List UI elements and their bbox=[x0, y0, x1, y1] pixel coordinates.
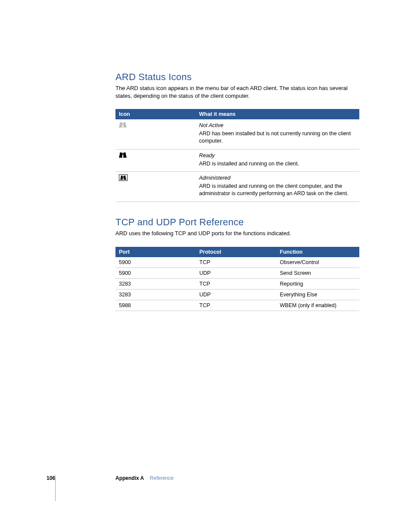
ard-inactive-icon bbox=[119, 122, 127, 129]
ard-ready-icon bbox=[119, 152, 127, 159]
cell-port: 3283 bbox=[115, 289, 196, 300]
table-row: Not Active ARD has been installed but is… bbox=[115, 119, 359, 149]
table-row: Administered ARD is installed and runnin… bbox=[115, 172, 359, 202]
cell-function: Everything Else bbox=[277, 289, 359, 300]
section-heading-ports: TCP and UDP Port Reference bbox=[115, 217, 359, 228]
th-protocol: Protocol bbox=[196, 247, 277, 257]
cell-function: WBEM (only if enabled) bbox=[277, 300, 359, 311]
table-row: 3283 UDP Everything Else bbox=[115, 289, 359, 300]
cell-port: 3283 bbox=[115, 278, 196, 289]
table-row: 5900 UDP Send Screen bbox=[115, 268, 359, 278]
cell-protocol: TCP bbox=[196, 278, 277, 289]
status-desc: ARD is installed and running on the clie… bbox=[199, 161, 299, 167]
status-desc: ARD has been installed but is not curren… bbox=[199, 131, 351, 144]
section-intro-status: The ARD status icon appears in the menu … bbox=[115, 84, 359, 100]
table-row: Ready ARD is installed and running on th… bbox=[115, 149, 359, 172]
status-icons-table: Icon What it means Not Active ARD has be… bbox=[115, 109, 359, 202]
status-desc: ARD is installed and running on the clie… bbox=[199, 183, 349, 196]
status-title: Ready bbox=[199, 152, 356, 159]
table-row: 5988 TCP WBEM (only if enabled) bbox=[115, 300, 359, 311]
section-heading-status: ARD Status Icons bbox=[115, 72, 359, 83]
cell-port: 5900 bbox=[115, 257, 196, 268]
cell-protocol: TCP bbox=[196, 300, 277, 311]
page-number: 106 bbox=[47, 475, 55, 481]
cell-port: 5900 bbox=[115, 268, 196, 278]
footer-divider bbox=[55, 475, 56, 501]
th-function: Function bbox=[277, 247, 359, 257]
status-title: Administered bbox=[199, 174, 356, 182]
cell-protocol: UDP bbox=[196, 289, 277, 300]
cell-function: Send Screen bbox=[277, 268, 359, 278]
status-title: Not Active bbox=[199, 122, 356, 129]
cell-function: Reporting bbox=[277, 278, 359, 289]
table-row: 5900 TCP Observe/Control bbox=[115, 257, 359, 268]
ard-administered-icon bbox=[119, 174, 128, 181]
cell-protocol: UDP bbox=[196, 268, 277, 278]
th-meaning: What it means bbox=[196, 109, 359, 119]
footer-label: Appendix A Reference bbox=[115, 475, 174, 481]
port-reference-table: Port Protocol Function 5900 TCP Observe/… bbox=[115, 247, 359, 311]
section-intro-ports: ARD uses the following TCP and UDP ports… bbox=[115, 230, 359, 237]
cell-protocol: TCP bbox=[196, 257, 277, 268]
th-port: Port bbox=[115, 247, 196, 257]
th-icon: Icon bbox=[115, 109, 196, 119]
cell-port: 5988 bbox=[115, 300, 196, 311]
cell-function: Observe/Control bbox=[277, 257, 359, 268]
table-row: 3283 TCP Reporting bbox=[115, 278, 359, 289]
